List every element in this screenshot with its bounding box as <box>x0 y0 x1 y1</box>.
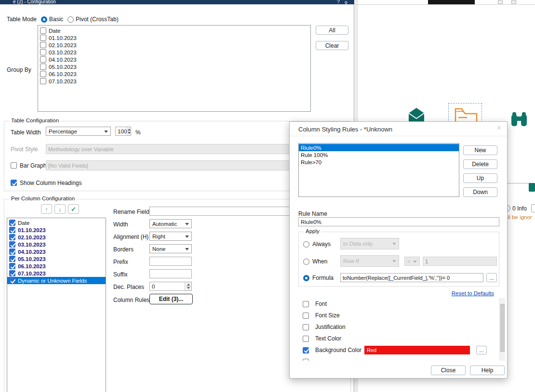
bar-graph-checkbox[interactable] <box>11 162 17 169</box>
group-by-item[interactable]: 05.10.2023 <box>38 63 310 70</box>
apply-field-button[interactable]: ✓ <box>68 204 79 214</box>
dialog-titlebar[interactable]: Column Styling Rules - *Unknown × <box>290 122 507 136</box>
rule-item[interactable]: Rule 100% <box>299 151 459 158</box>
per-column-field-item[interactable]: Dynamic or Unknown Fields <box>7 277 106 284</box>
reset-to-defaults-link[interactable]: Reset to Defaults <box>452 290 494 296</box>
show-column-headings-checkbox[interactable] <box>11 180 17 186</box>
partial-toolbar-button[interactable] <box>531 204 535 212</box>
dialog-help-button[interactable]: Help <box>470 366 505 375</box>
checkbox-checked-icon[interactable] <box>9 263 15 269</box>
column-rules-edit-button[interactable]: Edit (3)... <box>149 294 193 304</box>
checkbox-unchecked-icon[interactable] <box>40 78 46 84</box>
rule-up-button[interactable]: Up <box>463 173 497 183</box>
rules-list[interactable]: Riule0%Rule 100%Rule>70 <box>298 143 459 197</box>
formula-input[interactable]: toNumber(Replace([_CurrentField_],'%',''… <box>340 273 483 282</box>
rule-delete-button[interactable]: Delete <box>463 159 497 169</box>
move-field-up-button[interactable]: ↑ <box>41 204 52 214</box>
apply-formula-radio[interactable] <box>303 275 309 281</box>
apply-always-radio[interactable] <box>303 241 309 248</box>
style-options-scrollbar[interactable] <box>499 298 505 361</box>
scrollbar-thumb[interactable] <box>500 304 505 352</box>
when-value-input[interactable]: 1 <box>423 257 497 266</box>
checkbox-unchecked-icon[interactable] <box>40 49 46 55</box>
style-options-list[interactable]: FontFont SizeJustificationText ColorBack… <box>298 298 497 361</box>
table-mode-basic-radio[interactable] <box>41 16 47 23</box>
group-by-all-button[interactable]: All <box>316 26 348 35</box>
checkbox-checked-icon[interactable] <box>9 227 15 233</box>
checkbox-unchecked-icon[interactable] <box>40 71 46 77</box>
help-icon[interactable]: ? <box>337 0 340 4</box>
tab-control-icon[interactable] <box>498 0 503 4</box>
close-icon[interactable]: × <box>497 124 501 132</box>
checkbox-checked-icon[interactable] <box>9 256 15 262</box>
rule-down-button[interactable]: Down <box>463 187 497 197</box>
per-column-field-item[interactable]: Date <box>7 219 106 226</box>
style-option-row[interactable]: Justification <box>298 321 492 333</box>
borders-dropdown[interactable]: None <box>149 244 192 253</box>
width-dropdown[interactable]: Automatic <box>149 219 192 228</box>
group-by-clear-button[interactable]: Clear <box>316 41 348 50</box>
style-option-row[interactable] <box>298 356 492 361</box>
suffix-input[interactable] <box>149 269 192 278</box>
pin-icon[interactable] <box>344 0 348 4</box>
group-by-list[interactable]: Date01.10.202302.10.202303.10.202304.10.… <box>38 25 311 112</box>
rule-item[interactable]: Riule0% <box>299 144 459 151</box>
checkbox-unchecked-icon[interactable] <box>40 42 46 48</box>
active-canvas-tab[interactable] <box>428 0 475 4</box>
checkbox-checked-icon[interactable] <box>9 277 15 284</box>
rule-item[interactable]: Rule>70 <box>299 158 459 166</box>
per-column-field-item[interactable]: 01.10.2023 <box>7 226 106 234</box>
when-field-dropdown[interactable]: Row If <box>340 255 399 267</box>
checkbox-unchecked-icon[interactable] <box>303 324 309 330</box>
style-option-row[interactable]: Font <box>298 298 492 310</box>
checkbox-unchecked-icon[interactable] <box>303 313 309 319</box>
rule-new-button[interactable]: New <box>463 145 497 155</box>
per-column-field-item[interactable]: 02.10.2023 <box>7 234 106 241</box>
group-by-item[interactable]: 04.10.2023 <box>38 56 310 63</box>
tab-control-icon[interactable] <box>511 0 516 4</box>
checkbox-unchecked-icon[interactable] <box>303 336 309 342</box>
spin-up-button[interactable] <box>127 127 131 131</box>
group-by-item[interactable]: 03.10.2023 <box>38 49 310 56</box>
checkbox-checked-icon[interactable] <box>9 241 15 248</box>
checkbox-checked-icon[interactable] <box>303 347 309 353</box>
checkbox-unchecked-icon[interactable] <box>40 35 46 41</box>
background-color-browse-button[interactable]: ... <box>476 346 487 354</box>
checkbox-checked-icon[interactable] <box>9 220 15 226</box>
prefix-input[interactable] <box>149 257 192 266</box>
per-column-field-item[interactable]: 07.10.2023 <box>7 270 106 277</box>
checkbox-unchecked-icon[interactable] <box>40 64 46 70</box>
spin-down-button[interactable] <box>185 286 191 290</box>
per-column-field-item[interactable]: 06.10.2023 <box>7 262 106 270</box>
style-option-row[interactable]: Text Color <box>298 333 492 344</box>
per-column-field-item[interactable]: 03.10.2023 <box>7 241 106 248</box>
checkbox-unchecked-icon[interactable] <box>303 301 309 307</box>
group-by-item[interactable]: Date <box>38 27 310 34</box>
per-column-field-list[interactable]: Date01.10.202302.10.202303.10.202304.10.… <box>7 218 106 392</box>
window-titlebar[interactable]: e (2) - Configuration ? <box>0 0 354 4</box>
always-scope-dropdown[interactable]: to Data only <box>340 238 399 249</box>
per-column-field-item[interactable]: 04.10.2023 <box>7 248 106 255</box>
checkbox-checked-icon[interactable] <box>9 248 15 255</box>
alignment-dropdown[interactable]: Right <box>149 232 192 241</box>
group-by-item[interactable]: 02.10.2023 <box>38 41 310 49</box>
background-color-value-field[interactable]: Red <box>364 346 470 354</box>
group-by-item[interactable]: 06.10.2023 <box>38 70 310 78</box>
dec-places-spinner[interactable]: 0 <box>149 282 192 291</box>
checkbox-checked-icon[interactable] <box>9 234 15 240</box>
browse-tool-icon[interactable] <box>509 110 529 131</box>
checkbox-unchecked-icon[interactable] <box>40 27 46 34</box>
rule-name-input[interactable]: Riule0% <box>298 217 499 226</box>
checkbox-checked-icon[interactable] <box>9 270 15 276</box>
group-by-item[interactable]: 07.10.2023 <box>38 78 310 85</box>
partial-tool-icon[interactable] <box>529 183 535 192</box>
formula-browse-button[interactable]: ... <box>486 273 497 282</box>
checkbox-unchecked-icon[interactable] <box>303 359 309 361</box>
group-by-item[interactable]: 01.10.2023 <box>38 34 310 41</box>
spin-up-button[interactable] <box>185 282 191 286</box>
style-option-row[interactable]: Background ColorRed... <box>298 344 492 356</box>
table-mode-pivot-radio[interactable] <box>67 16 74 23</box>
table-width-mode-dropdown[interactable]: Percentage <box>46 127 111 136</box>
move-field-down-button[interactable]: ↓ <box>54 204 66 214</box>
table-width-spinner[interactable]: 100 <box>115 127 131 136</box>
